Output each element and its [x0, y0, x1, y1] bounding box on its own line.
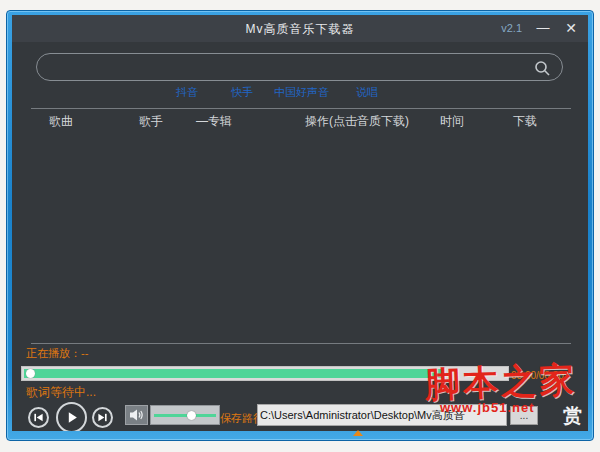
- link-voice-of-china[interactable]: 中国好声音: [274, 85, 329, 100]
- column-song: 歌曲: [49, 113, 73, 130]
- link-rap[interactable]: 说唱: [356, 85, 378, 100]
- title-bar[interactable]: Mv高质音乐下载器 v2.1 — ✕: [12, 15, 588, 42]
- lyrics-status-label: 歌词等待中...: [26, 384, 96, 401]
- next-button[interactable]: [92, 407, 113, 428]
- column-time: 时间: [440, 113, 464, 130]
- song-table-body: [12, 131, 588, 343]
- speaker-icon: [129, 408, 144, 422]
- version-label: v2.1: [501, 22, 522, 34]
- play-icon: [64, 410, 79, 425]
- previous-icon: [33, 412, 44, 423]
- mute-button[interactable]: [125, 405, 148, 425]
- close-button[interactable]: ✕: [560, 17, 582, 39]
- search-input[interactable]: [51, 56, 531, 78]
- column-singer: 歌手: [139, 113, 163, 130]
- watermark-url: www.jb51.net: [440, 400, 535, 415]
- search-icon[interactable]: [534, 60, 551, 77]
- volume-slider[interactable]: [150, 405, 220, 425]
- header-divider: [31, 108, 571, 109]
- donate-button[interactable]: 赏: [563, 403, 582, 429]
- frame-notch: [353, 430, 363, 436]
- window-frame: Mv高质音乐下载器 v2.1 — ✕ 抖音 快手 中国好声音 说唱 歌曲 歌手 …: [6, 10, 594, 441]
- progress-fill: [24, 369, 442, 378]
- search-bar[interactable]: [36, 53, 563, 81]
- link-douyin[interactable]: 抖音: [176, 85, 198, 100]
- now-playing-label: 正在播放：--: [26, 346, 88, 361]
- column-download: 下载: [513, 113, 537, 130]
- link-kuaishou[interactable]: 快手: [231, 85, 253, 100]
- app-window: Mv高质音乐下载器 v2.1 — ✕ 抖音 快手 中国好声音 说唱 歌曲 歌手 …: [12, 15, 588, 431]
- column-operation: 操作(点击音质下载): [305, 113, 409, 130]
- next-icon: [97, 412, 108, 423]
- player-divider: [31, 343, 571, 344]
- volume-track: [154, 414, 216, 417]
- progress-knob[interactable]: [26, 369, 35, 378]
- minimize-button[interactable]: —: [532, 17, 554, 39]
- column-album: —专辑: [196, 113, 232, 130]
- play-button[interactable]: [56, 402, 87, 431]
- previous-button[interactable]: [28, 407, 49, 428]
- volume-knob[interactable]: [187, 411, 196, 420]
